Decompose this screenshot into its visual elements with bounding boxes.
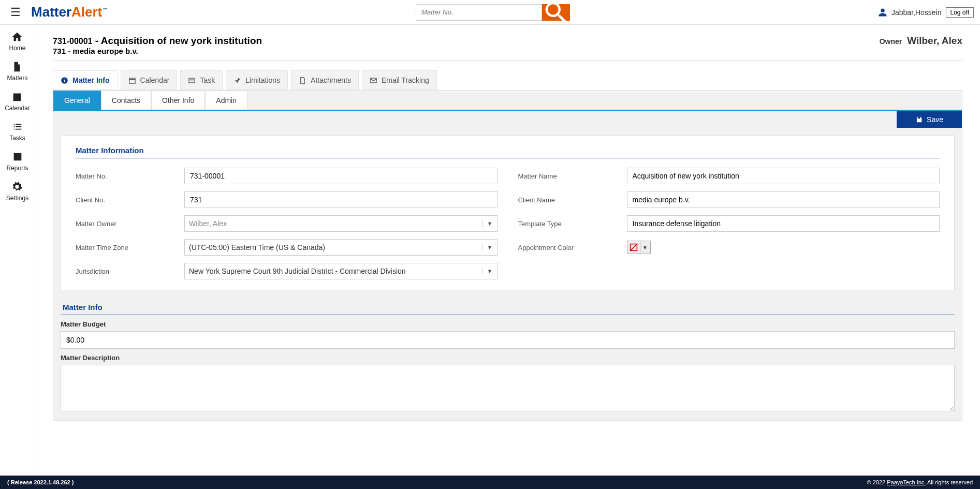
owner-label: Owner [880,37,902,46]
home-icon [11,31,23,42]
subtab-general[interactable]: General [53,91,101,110]
mail-icon [370,77,377,84]
logoff-button[interactable]: Log off [946,7,974,18]
input-matter-name[interactable] [627,168,940,184]
label-matter-description: Matter Description [61,349,955,365]
no-color-icon [630,243,638,251]
svg-rect-3 [129,78,135,83]
tab-matter-info[interactable]: Matter Info [53,70,118,90]
document-icon [11,61,23,72]
save-icon [915,116,923,123]
label-template-type: Template Type [518,220,606,228]
owner-name: Wilber, Alex [907,35,962,46]
input-matter-budget[interactable] [61,331,955,349]
svg-rect-1 [64,80,65,82]
select-value: New York Supreme Court 9th Judicial Dist… [189,267,406,275]
input-client-no[interactable] [184,191,498,208]
input-client-name[interactable] [627,191,940,208]
sidebar-item-matters[interactable]: Matters [7,61,27,82]
sidebar-item-reports[interactable]: Reports [6,151,28,172]
tab-calendar[interactable]: Calendar [121,70,178,90]
label-matter-name: Matter Name [518,172,606,180]
tab-attachments[interactable]: Attachments [291,70,359,90]
label-matter-owner: Matter Owner [76,220,164,228]
save-label: Save [927,115,943,124]
search-input[interactable] [416,4,542,21]
input-template-type[interactable] [627,215,940,232]
header-title: Acquisition of new york institution [101,35,262,46]
header-matter-no: 731-00001 [53,37,93,46]
header-client: 731 - media europe b.v. [53,47,262,55]
tab-label: Limitations [245,76,280,84]
subtab-contacts[interactable]: Contacts [101,91,151,110]
brand-tm: ™ [102,7,107,12]
tab-label: Task [200,76,215,84]
tab-task[interactable]: Task [180,70,223,90]
subtab-admin[interactable]: Admin [205,91,247,110]
subtab-other-info[interactable]: Other Info [151,91,205,110]
chevron-down-icon: ▼ [482,244,493,250]
sidebar-label: Tasks [9,135,25,142]
sidebar: Home Matters Calendar Tasks Reports Sett… [0,25,35,476]
pin-icon [233,77,241,84]
tab-label: Email Tracking [382,76,429,84]
brand-part1: Matter [31,4,71,20]
sidebar-item-tasks[interactable]: Tasks [9,121,25,142]
svg-rect-5 [189,78,195,83]
section-matter-information: Matter Information [76,146,940,158]
user-name: Jabbar,Hossein [891,8,942,17]
select-timezone[interactable]: (UTC-05:00) Eastern Time (US & Canada) ▼ [184,239,498,256]
label-jurisdiction: Jurisdiction [76,268,164,275]
search-button[interactable] [542,4,570,21]
tab-label: Matter Info [72,76,110,84]
attach-icon [299,77,306,84]
search-icon [542,0,570,26]
input-matter-no[interactable] [184,168,498,184]
gear-icon [11,181,23,192]
sidebar-label: Matters [7,75,27,82]
label-matter-no: Matter No. [76,172,164,180]
select-value: (UTC-05:00) Eastern Time (US & Canada) [189,243,325,251]
color-swatch-none[interactable] [627,241,640,254]
brand-logo: MatterAlert™ [31,4,107,20]
svg-rect-2 [64,78,65,79]
label-timezone: Matter Time Zone [76,244,164,251]
header-sep: - [93,35,101,46]
info-icon [61,77,68,84]
list-icon [12,121,23,132]
report-icon [12,151,23,162]
tab-limitations[interactable]: Limitations [226,70,288,90]
calendar-icon [128,77,136,84]
user-icon [878,8,887,17]
calendar-icon [11,91,23,102]
svg-line-10 [630,244,637,251]
tab-label: Attachments [311,76,351,84]
menu-toggle[interactable]: ☰ [6,4,25,21]
chevron-down-icon: ▼ [482,220,493,227]
sidebar-item-calendar[interactable]: Calendar [5,91,30,112]
sidebar-item-home[interactable]: Home [9,31,25,52]
select-value: Wilber, Alex [189,219,227,228]
save-button[interactable]: Save [897,111,962,128]
select-matter-owner[interactable]: Wilber, Alex ▼ [184,215,498,232]
sidebar-label: Reports [6,165,28,172]
section-matter-info: Matter Info [61,298,955,315]
label-client-no: Client No. [76,196,164,204]
sidebar-item-settings[interactable]: Settings [6,181,28,202]
sidebar-label: Settings [6,195,28,202]
sidebar-label: Calendar [5,105,30,112]
list-icon [188,77,196,84]
tab-email-tracking[interactable]: Email Tracking [362,70,437,90]
brand-part2: Alert [71,4,102,20]
input-matter-description[interactable] [61,365,955,411]
label-client-name: Client Name [518,196,606,204]
color-dropdown[interactable]: ▼ [640,241,651,254]
label-matter-budget: Matter Budget [61,315,955,331]
select-jurisdiction[interactable]: New York Supreme Court 9th Judicial Dist… [184,263,498,279]
sidebar-label: Home [9,45,25,52]
label-appointment-color: Appointment Color [518,244,606,251]
tab-label: Calendar [140,76,170,84]
chevron-down-icon: ▼ [482,268,493,274]
